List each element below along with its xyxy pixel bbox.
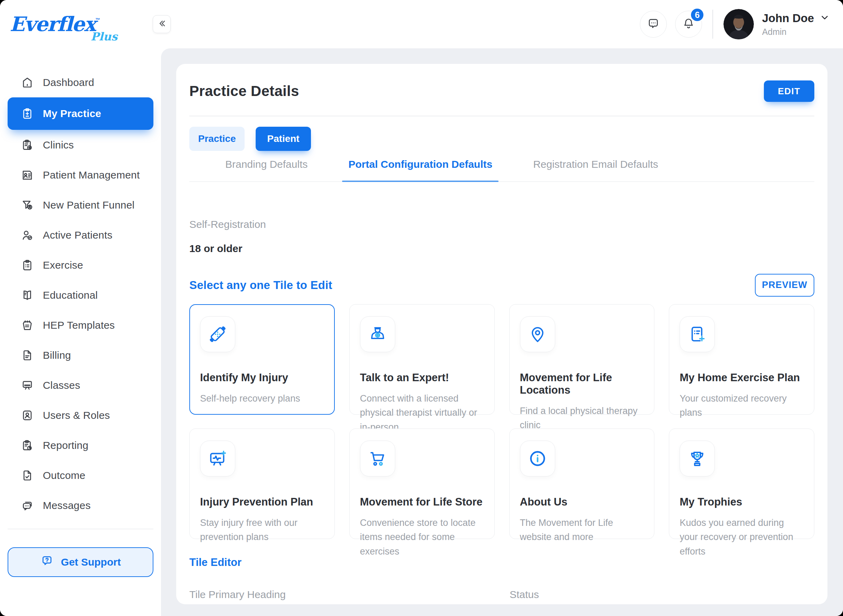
tile-title: Movement for Life Store [360,496,484,508]
sidebar-item-classes[interactable]: Classes [7,370,153,400]
cart-icon [360,441,395,477]
practice-details-card: Practice Details EDIT Practice Patient B… [176,64,827,604]
edit-button[interactable]: EDIT [764,81,814,102]
tiles-grid: Identify My InjurySelf-help recovery pla… [189,304,814,539]
tile-talk-to-an-expert[interactable]: Talk to an Expert!Connect with a license… [349,304,495,415]
sidebar-collapse-button[interactable] [153,15,171,33]
sidebar-item-label: Patient Management [43,169,140,181]
file-check-icon [21,469,34,482]
sidebar-nav: DashboardMy PracticeClinicsPatient Manag… [0,67,161,520]
self-registration-value: 18 or older [189,243,814,254]
sidebar-item-label: Classes [43,380,80,391]
sidebar-item-label: HEP Templates [43,320,115,331]
chat-button[interactable] [640,11,667,38]
exercise-plan-icon [680,316,715,352]
clipboard-list-icon [21,259,34,272]
sidebar-item-label: New Patient Funnel [43,199,134,211]
tile-identify-my-injury[interactable]: Identify My InjurySelf-help recovery pla… [189,304,335,415]
get-support-button[interactable]: Get Support [7,547,153,577]
book-icon [21,289,34,302]
sidebar-item-label: Clinics [43,139,74,151]
sidebar-item-hep-templates[interactable]: HEP Templates [7,310,153,340]
sidebar-item-label: Active Patients [43,229,112,241]
tile-subtitle: Kudos you earned during your recovery or… [680,516,803,559]
tile-title: About Us [520,496,644,508]
tile-primary-heading-label: Tile Primary Heading [189,589,510,600]
chat-bubble-icon [646,16,660,32]
brand-text: Everflex [10,12,95,36]
prevention-board-icon [200,441,235,477]
tiles-section-heading: Select any one Tile to Edit [189,279,332,292]
title-divider [189,116,814,116]
brand-trademark: ™ [95,17,100,22]
sidebar-item-label: Dashboard [43,77,94,88]
tile-title: Injury Prevention Plan [200,496,324,508]
preview-button[interactable]: PREVIEW [755,274,814,296]
top-header: Everflex™ Plus 6 John Doe Adm [0,0,843,48]
tile-about-us[interactable]: About UsThe Movement for Life website an… [509,428,655,539]
tile-subtitle: Stay injury free with our prevention pla… [200,516,324,545]
sidebar-item-label: Billing [43,349,71,361]
funnel-user-icon [21,198,34,212]
sidebar-item-outcome[interactable]: Outcome [7,460,153,490]
sidebar-item-active-patients[interactable]: Active Patients [7,220,153,250]
tab-registration-email-defaults[interactable]: Registration Email Defaults [533,158,658,181]
tile-injury-prevention-plan[interactable]: Injury Prevention PlanStay injury free w… [189,428,335,539]
practice-toggle-button[interactable]: Practice [189,127,245,151]
sidebar-item-clinics[interactable]: Clinics [7,130,153,160]
defaults-tabs: Branding Defaults Portal Configuration D… [189,158,814,182]
sidebar-item-dashboard[interactable]: Dashboard [7,67,153,97]
user-menu[interactable]: John Doe Admin [762,12,831,37]
tile-title: Talk to an Expert! [360,371,484,384]
info-circle-icon [520,441,555,477]
support-chat-question-icon [40,554,54,570]
tile-movement-for-life-store[interactable]: Movement for Life StoreConvenience store… [349,428,495,539]
patient-toggle-button[interactable]: Patient [256,127,311,151]
sidebar-item-label: Exercise [43,259,83,271]
notifications-button[interactable]: 6 [675,11,702,38]
sidebar-item-educational[interactable]: Educational [7,280,153,310]
sidebar-item-label: Outcome [43,469,85,481]
sidebar-item-patient-management[interactable]: Patient Management [7,160,153,190]
sidebar-item-my-practice[interactable]: My Practice [7,97,153,130]
sidebar-item-label: My Practice [43,108,101,119]
sidebar-item-label: Educational [43,289,98,301]
tile-title: My Trophies [680,496,803,508]
sidebar-item-new-patient-funnel[interactable]: New Patient Funnel [7,190,153,220]
chevron-down-icon [820,12,830,24]
sidebar-item-label: Reporting [43,440,88,451]
sidebar-item-exercise[interactable]: Exercise [7,250,153,280]
app-window: Everflex™ Plus 6 John Doe Adm [0,0,843,616]
self-registration-label: Self-Registration [189,219,814,230]
sidebar-item-label: Messages [43,500,91,511]
clipboard-clock-icon [21,439,34,452]
tile-movement-for-life-locations[interactable]: Movement for Life LocationsFind a local … [509,304,655,415]
tab-portal-configuration-defaults[interactable]: Portal Configuration Defaults [348,158,492,181]
tile-my-trophies[interactable]: My TrophiesKudos you earned during your … [669,428,814,539]
home-icon [21,76,34,89]
user-role: Admin [762,27,830,37]
sidebar-item-billing[interactable]: Billing [7,340,153,370]
bandage-icon [200,316,235,352]
sidebar-item-users-roles[interactable]: Users & Roles [7,400,153,430]
user-name: John Doe [762,12,814,25]
tile-title: Movement for Life Locations [520,371,644,396]
file-text-icon [21,349,34,362]
user-check-icon [21,229,34,242]
sidebar-item-label: Users & Roles [43,409,110,421]
sidebar-item-messages[interactable]: Messages [7,490,153,520]
notepad-icon [21,319,34,332]
header-divider [712,10,713,39]
main-area: Practice Details EDIT Practice Patient B… [161,48,843,616]
brand-suffix: Plus [91,30,118,43]
tab-branding-defaults[interactable]: Branding Defaults [225,158,307,181]
tile-title: My Home Exercise Plan [680,371,803,384]
chat-bubbles-icon [21,499,34,512]
clipboard-plus-icon [21,107,34,120]
clipboard-add-circle-icon [21,138,34,152]
sidebar-item-reporting[interactable]: Reporting [7,430,153,460]
tile-my-home-exercise-plan[interactable]: My Home Exercise PlanYour customized rec… [669,304,814,415]
trophy-icon [680,441,715,477]
user-badge-icon [21,409,34,422]
user-avatar[interactable] [724,9,754,40]
